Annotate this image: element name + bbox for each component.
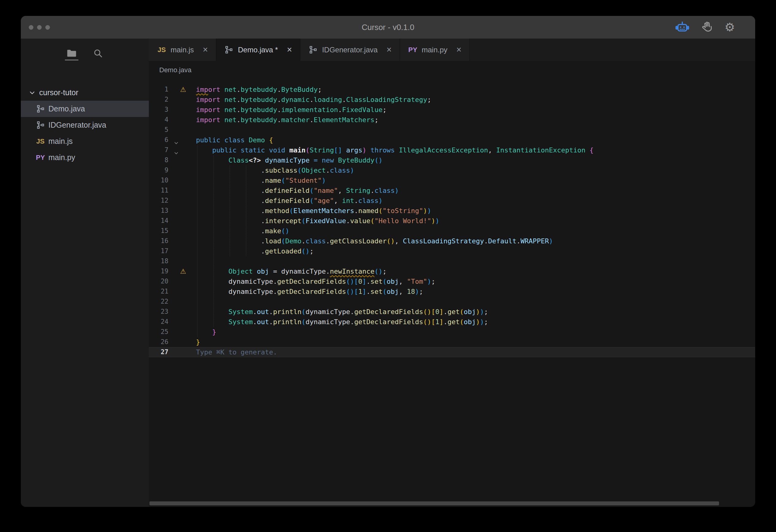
gutter-icons [168,276,196,286]
code-token: [] [334,146,342,154]
code-line-13[interactable]: 13 .method(ElementMatchers.named("toStri… [149,206,755,216]
code-line-text: .make() [196,226,289,236]
close-icon[interactable]: × [386,45,392,54]
code-line-6[interactable]: 6public class Demo { [149,135,755,145]
code-line-27[interactable]: 27Type ⌘K to generate. [149,347,755,357]
code-line-14[interactable]: 14 .intercept(FixedValue.value("Hello Wo… [149,216,755,226]
close-icon[interactable]: × [287,45,292,54]
indent-guide [246,165,246,256]
code-token: throws [371,146,395,154]
search-icon[interactable] [92,46,104,60]
settings-gear-icon[interactable]: ⚙ [725,21,735,33]
code-line-3[interactable]: 3import net.bytebuddy.implementation.Fix… [149,105,755,115]
line-number: 27 [149,347,168,357]
code-token: . [443,318,447,326]
code-token: . [366,278,370,285]
code-line-9[interactable]: 9 .subclass(Object.class) [149,165,755,176]
wave-hand-icon[interactable] [700,20,714,34]
code-token: obj [464,318,476,326]
code-token: out [257,308,269,316]
line-number: 9 [149,165,168,176]
code-token: ; [382,106,386,113]
window-title: Cursor - v0.1.0 [21,16,755,39]
code-token: set [371,288,383,295]
breadcrumb[interactable]: Demo.java [149,62,755,78]
code-token: () [301,247,310,255]
code-token: ; [382,268,386,275]
code-line-1[interactable]: 1⚠import net.bytebuddy.ByteBuddy; [149,84,755,94]
close-icon[interactable]: × [203,45,208,54]
code-line-25[interactable]: 25 } [149,327,755,337]
code-line-text: .intercept(FixedValue.value("Hello World… [196,216,439,226]
line-number: 3 [149,105,168,115]
gutter-icons [168,165,196,176]
code-token: Demo [249,136,265,144]
gutter-icons [168,135,196,145]
code-line-22[interactable]: 22 [149,297,755,307]
code-token: () [346,278,354,285]
tab-Demo.java[interactable]: Demo.java *× [216,39,301,61]
tab-main.py[interactable]: PYmain.py× [400,39,470,61]
code-token: ( [301,308,305,316]
code-line-17[interactable]: 17 .getLoaded(); [149,246,755,256]
folder-label: cursor-tutor [39,88,78,97]
code-token: Class [228,157,249,164]
code-token: getDeclaredFields [277,288,346,295]
code-line-19[interactable]: 19⚠ Object obj = dynamicType.newInstance… [149,266,755,276]
tab-main.js[interactable]: JSmain.js× [149,39,216,61]
gutter-icons [168,196,196,206]
file-item-main.py[interactable]: PYmain.py [21,150,149,166]
code-token: ; [484,308,488,316]
files-folder-icon[interactable] [66,46,77,60]
folder-row-cursor-tutor[interactable]: cursor-tutor [21,84,149,101]
code-line-15[interactable]: 15 .make() [149,226,755,236]
code-line-5[interactable]: 5 [149,125,755,135]
code-token: . [196,167,265,174]
code-token: intercept [265,217,301,225]
code-token: ) [415,288,419,295]
code-line-12[interactable]: 12 .defineField("age", int.class) [149,196,755,206]
code-line-11[interactable]: 11 .defineField("name", String.class) [149,186,755,196]
code-line-26[interactable]: 26} [149,337,755,347]
code-line-text: System.out.println(dynamicType.getDeclar… [196,317,488,327]
code-token: ( [301,217,305,225]
code-area[interactable]: 1⚠import net.bytebuddy.ByteBuddy;2import… [149,84,755,357]
code-line-16[interactable]: 16 .load(Demo.class.getClassLoader(), Cl… [149,236,755,246]
code-token: "Hello World!" [375,217,431,225]
code-token: import [196,116,220,124]
code-line-10[interactable]: 10 .name("Student") [149,176,755,186]
code-token: subclass [265,167,298,174]
code-line-20[interactable]: 20 dynamicType.getDeclaredFields()[0].se… [149,276,755,286]
code-line-18[interactable]: 18 [149,256,755,266]
code-line-text: .subclass(Object.class) [196,165,354,176]
code-token: bytebuddy [241,86,277,93]
code-token: loading [314,96,342,103]
code-token: , [399,278,407,285]
code-token [310,157,314,164]
code-token: ( [310,187,314,194]
file-item-main.js[interactable]: JSmain.js [21,133,149,150]
code-line-text: .defineField("name", String.class) [196,186,399,196]
code-token: } [196,338,200,346]
tab-IDGenerator.java[interactable]: IDGenerator.java× [301,39,400,61]
code-line-2[interactable]: 2import net.bytebuddy.dynamic.loading.Cl… [149,94,755,105]
robot-icon[interactable] [675,20,690,35]
code-line-23[interactable]: 23 System.out.println(dynamicType.getDec… [149,307,755,317]
code-token: . [196,227,265,235]
file-item-IDGenerator.java[interactable]: IDGenerator.java [21,117,149,133]
code-token: getClassLoader [330,237,386,245]
file-item-Demo.java[interactable]: Demo.java [21,101,149,117]
code-token: 0 [435,308,439,316]
horizontal-scrollbar[interactable] [150,501,719,505]
code-line-24[interactable]: 24 System.out.println(dynamicType.getDec… [149,317,755,327]
close-icon[interactable]: × [456,45,461,54]
code-line-21[interactable]: 21 dynamicType.getDeclaredFields()[1].se… [149,286,755,297]
code-line-8[interactable]: 8 Class<?> dynamicType = new ByteBuddy() [149,155,755,165]
code-token: [ [354,278,358,285]
code-token: net [224,106,237,113]
code-line-4[interactable]: 4import net.bytebuddy.matcher.ElementMat… [149,115,755,125]
code-line-7[interactable]: 7 public static void main(String[] args)… [149,145,755,155]
code-token: set [371,278,383,285]
py-icon: PY [35,154,45,162]
tab-label: main.py [422,46,447,54]
